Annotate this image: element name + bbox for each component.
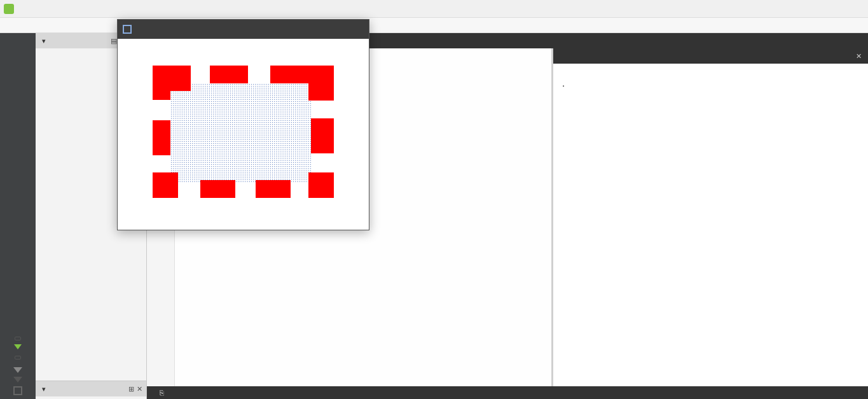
- help-panel: ✕ .: [553, 48, 868, 386]
- build-button-icon[interactable]: [13, 386, 22, 395]
- filter-icon[interactable]: ▤: [111, 37, 117, 45]
- dash-seg: [311, 118, 334, 153]
- dash-seg: [153, 66, 191, 91]
- app-icon: [4, 4, 14, 14]
- widget-app-icon: [123, 25, 132, 34]
- dash-seg: [153, 120, 170, 155]
- dash-seg: [200, 180, 235, 198]
- issues-icon: ⎘: [160, 389, 164, 396]
- main-titlebar: [0, 0, 868, 18]
- dash-seg: [308, 66, 334, 101]
- bottom-bar: ⎘: [147, 386, 868, 399]
- help-close-icon[interactable]: ✕: [856, 52, 862, 60]
- widget-canvas: [118, 39, 369, 230]
- open-documents-pane: ▾ ⊞✕: [36, 381, 146, 399]
- run-icon[interactable]: [14, 344, 22, 349]
- dash-seg: [270, 66, 308, 83]
- widget-titlebar[interactable]: [118, 20, 369, 39]
- dash-seg: [210, 66, 248, 83]
- dash-seg: [153, 172, 178, 198]
- widget-window[interactable]: [117, 19, 369, 230]
- rect-fill: [170, 83, 312, 182]
- build-config[interactable]: [15, 356, 21, 360]
- open-docs-split-icon[interactable]: ⊞: [128, 385, 134, 393]
- kit-selector[interactable]: [15, 337, 21, 340]
- debug-button-icon[interactable]: [13, 377, 22, 382]
- activity-bar: [0, 33, 36, 399]
- dash-seg: [153, 91, 170, 100]
- dash-seg: [308, 172, 334, 198]
- dash-seg: [256, 180, 291, 198]
- help-desc: .: [562, 76, 859, 90]
- open-docs-close-icon[interactable]: ✕: [137, 385, 142, 393]
- run-button-icon[interactable]: [13, 367, 22, 373]
